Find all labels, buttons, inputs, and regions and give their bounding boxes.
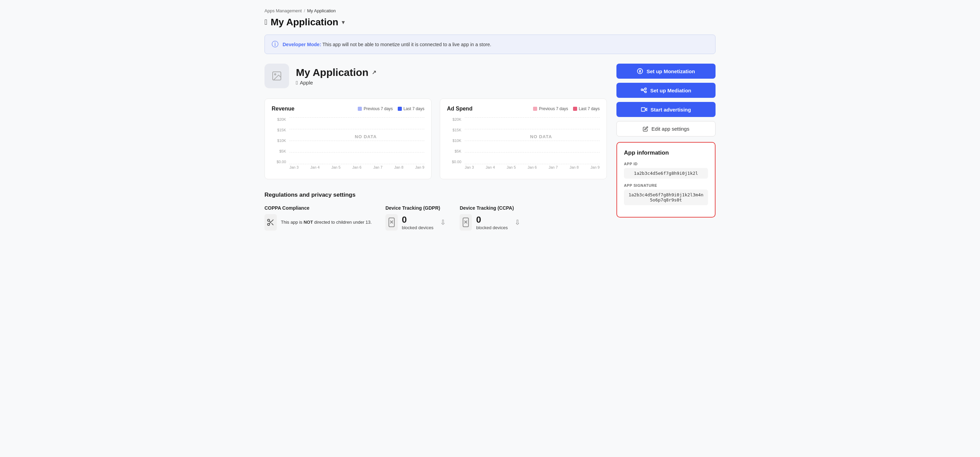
start-advertising-button[interactable]: Start advertising bbox=[616, 102, 716, 117]
gdpr-compliance: Device Tracking (GDPR) 0 bbox=[385, 205, 446, 230]
app-signature-label: APP SIGNATURE bbox=[624, 183, 708, 187]
gdpr-label: blocked devices bbox=[402, 225, 434, 230]
revenue-chart-header: Revenue Previous 7 days Last 7 days bbox=[272, 106, 425, 112]
right-panel: Set up Monetization Set up Mediation Sta… bbox=[616, 64, 716, 217]
ad-spend-no-data: NO DATA bbox=[482, 117, 600, 156]
coppa-text: This app is NOT directed to children und… bbox=[281, 219, 372, 226]
app-icon-placeholder bbox=[264, 64, 289, 88]
left-panel: My Application ↗  Apple Revenue bbox=[264, 64, 607, 230]
revenue-chart-grid: NO DATA bbox=[290, 117, 425, 164]
banner-label: Developer Mode: bbox=[283, 42, 321, 47]
charts-section: Revenue Previous 7 days Last 7 days bbox=[264, 99, 607, 179]
revenue-chart-legend: Previous 7 days Last 7 days bbox=[358, 106, 425, 111]
info-icon: ⓘ bbox=[272, 40, 278, 49]
svg-rect-20 bbox=[641, 108, 645, 112]
ad-spend-yaxis: $20K $15K $10K $5K $0.00 bbox=[447, 117, 463, 164]
app-identity: My Application ↗  Apple bbox=[264, 64, 607, 88]
ad-spend-chart-title: Ad Spend bbox=[447, 106, 473, 112]
ccpa-title: Device Tracking (CCPA) bbox=[460, 205, 520, 211]
coppa-icon bbox=[264, 214, 277, 230]
svg-line-6 bbox=[269, 221, 270, 222]
store-info:  Apple bbox=[296, 80, 376, 86]
svg-line-5 bbox=[271, 223, 274, 225]
image-icon bbox=[271, 70, 282, 81]
breadcrumb-separator: / bbox=[304, 8, 305, 13]
ad-spend-chart-legend: Previous 7 days Last 7 days bbox=[533, 106, 600, 111]
app-info-card: App information APP ID 1a2b3c4d5e6f7g8h9… bbox=[616, 142, 716, 217]
ad-spend-prev-color bbox=[533, 107, 537, 111]
svg-rect-16 bbox=[645, 91, 646, 93]
coppa-title: COPPA Compliance bbox=[264, 205, 372, 211]
app-name: My Application ↗ bbox=[296, 67, 376, 78]
app-header:  My Application ▾ bbox=[264, 17, 716, 28]
ad-spend-last-color bbox=[573, 107, 577, 111]
svg-rect-15 bbox=[645, 88, 646, 89]
revenue-legend-last: Last 7 days bbox=[398, 106, 425, 111]
ad-spend-chart-grid: NO DATA bbox=[465, 117, 600, 164]
revenue-chart-title: Revenue bbox=[272, 106, 294, 112]
set-up-mediation-button[interactable]: Set up Mediation bbox=[616, 83, 716, 98]
breadcrumb-parent[interactable]: Apps Management bbox=[264, 8, 302, 13]
app-info-title: App information bbox=[624, 150, 708, 156]
revenue-no-data: NO DATA bbox=[307, 117, 425, 156]
ad-spend-legend-last: Last 7 days bbox=[573, 106, 600, 111]
gdpr-content: 0 blocked devices ⇩ bbox=[385, 214, 446, 230]
ccpa-download-icon[interactable]: ⇩ bbox=[515, 218, 520, 227]
ad-spend-xaxis: Jan 3 Jan 4 Jan 5 Jan 6 Jan 7 Jan 8 Jan … bbox=[465, 165, 600, 172]
compliance-grid: COPPA Compliance bbox=[264, 205, 607, 230]
breadcrumb: Apps Management / My Application bbox=[264, 8, 716, 13]
ad-spend-chart: Ad Spend Previous 7 days Last 7 days bbox=[440, 99, 607, 179]
edit-icon bbox=[643, 126, 648, 132]
ccpa-compliance: Device Tracking (CCPA) 0 bbox=[460, 205, 520, 230]
edit-settings-label: Edit app settings bbox=[652, 126, 690, 132]
revenue-prev-label: Previous 7 days bbox=[364, 106, 393, 111]
app-signature-field: APP SIGNATURE 1a2b3c4d5e6f7g8h9i0j1k2l3m… bbox=[624, 183, 708, 205]
gdpr-download-icon[interactable]: ⇩ bbox=[440, 218, 446, 227]
svg-point-3 bbox=[267, 224, 270, 225]
set-up-monetization-button[interactable]: Set up Monetization bbox=[616, 64, 716, 79]
regulations-section: Regulations and privacy settings COPPA C… bbox=[264, 192, 607, 230]
gdpr-title: Device Tracking (GDPR) bbox=[385, 205, 446, 211]
ad-spend-last-label: Last 7 days bbox=[579, 106, 600, 111]
apple-logo-icon:  bbox=[264, 18, 267, 27]
ad-spend-prev-label: Previous 7 days bbox=[539, 106, 568, 111]
svg-point-1 bbox=[274, 74, 276, 75]
revenue-chart-area: $20K $15K $10K $5K $0.00 NO D bbox=[272, 117, 425, 172]
apple-store-icon:  bbox=[296, 80, 298, 86]
banner-message: This app will not be able to monetize un… bbox=[322, 42, 491, 47]
gdpr-icon bbox=[385, 214, 398, 230]
external-link-icon[interactable]: ↗ bbox=[372, 69, 376, 76]
app-signature-value: 1a2b3c4d5e6f7g8h9i0j1k2l3m4n5o6p7q8r9s0t bbox=[624, 190, 708, 205]
app-identity-info: My Application ↗  Apple bbox=[296, 67, 376, 86]
mobile-block-icon-2 bbox=[462, 217, 469, 227]
revenue-yaxis: $20K $15K $10K $5K $0.00 bbox=[272, 117, 288, 164]
ad-spend-legend-prev: Previous 7 days bbox=[533, 106, 568, 111]
app-id-value: 1a2b3c4d5e6f7g8h9i0j1k2l bbox=[624, 168, 708, 179]
coppa-content: This app is NOT directed to children und… bbox=[264, 214, 372, 230]
monetization-label: Set up Monetization bbox=[646, 69, 695, 74]
regulations-title: Regulations and privacy settings bbox=[264, 192, 607, 198]
scissors-icon bbox=[267, 218, 275, 227]
ad-spend-chart-area: $20K $15K $10K $5K $0.00 NO D bbox=[447, 117, 600, 172]
app-id-field: APP ID 1a2b3c4d5e6f7g8h9i0j1k2l bbox=[624, 162, 708, 179]
ccpa-label: blocked devices bbox=[476, 225, 508, 230]
revenue-chart: Revenue Previous 7 days Last 7 days bbox=[264, 99, 431, 179]
svg-line-18 bbox=[643, 90, 645, 92]
ccpa-content: 0 blocked devices ⇩ bbox=[460, 214, 520, 230]
edit-app-settings-button[interactable]: Edit app settings bbox=[616, 121, 716, 136]
main-content: My Application ↗  Apple Revenue bbox=[264, 64, 716, 230]
svg-point-2 bbox=[267, 219, 270, 221]
platform-label: Apple bbox=[300, 80, 313, 86]
coppa-compliance: COPPA Compliance bbox=[264, 205, 372, 230]
revenue-xaxis: Jan 3 Jan 4 Jan 5 Jan 6 Jan 7 Jan 8 Jan … bbox=[290, 165, 425, 172]
monetization-icon bbox=[637, 68, 643, 74]
mediation-label: Set up Mediation bbox=[650, 88, 691, 93]
mobile-block-icon bbox=[388, 217, 395, 227]
mediation-icon bbox=[641, 87, 647, 93]
advertising-label: Start advertising bbox=[651, 107, 691, 113]
banner-text: Developer Mode: This app will not be abl… bbox=[283, 42, 492, 47]
developer-mode-banner: ⓘ Developer Mode: This app will not be a… bbox=[264, 35, 716, 54]
gdpr-count: 0 bbox=[402, 214, 434, 225]
breadcrumb-current: My Application bbox=[307, 8, 336, 13]
chevron-down-icon[interactable]: ▾ bbox=[342, 19, 345, 26]
